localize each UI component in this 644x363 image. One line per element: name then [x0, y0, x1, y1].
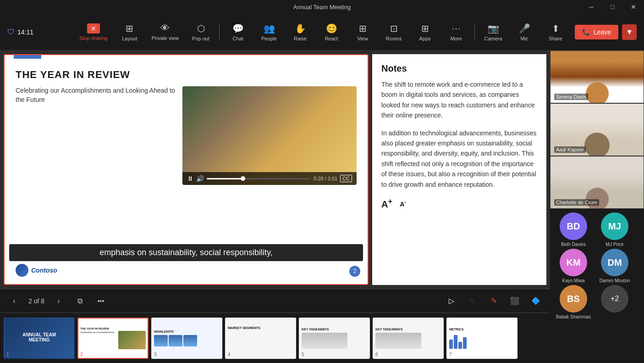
chat-icon: 💬: [232, 23, 244, 34]
share-button[interactable]: ⬆ Share: [541, 19, 570, 45]
thumb-num-4: 4: [228, 352, 231, 357]
mj-name: MJ Price: [606, 242, 624, 247]
pop-out-icon: ⬡: [197, 23, 205, 34]
mic-label: Mic: [520, 36, 528, 41]
rooms-icon: ⊡: [390, 23, 398, 34]
pause-icon[interactable]: ⏸: [187, 175, 193, 182]
react-label: React: [325, 36, 338, 41]
yellow-highlighter-tool[interactable]: ⬛: [508, 294, 522, 308]
thumb-num-7: 7: [449, 352, 452, 357]
clone-button[interactable]: ⧉: [73, 294, 87, 308]
people-label: People: [261, 36, 277, 41]
next-slide-button[interactable]: ›: [52, 294, 66, 308]
stop-sharing-button[interactable]: ✕ Stop sharing: [74, 20, 113, 45]
view-button[interactable]: ⊞ View: [348, 19, 377, 45]
subtitle-bar: emphasis on sustainability, social respo…: [9, 244, 363, 261]
raise-icon: ✋: [295, 23, 306, 34]
participants-sidebar: Serena Davis Aadi Kapoor Charlotte de Cr…: [550, 50, 644, 363]
participant-babak: BS Babak Shammas: [554, 285, 593, 319]
thumb-6[interactable]: KEY TAKEAWAYS 6: [373, 318, 444, 359]
raise-button[interactable]: ✋ Raise: [286, 19, 315, 45]
slide-content: THE YEAR IN REVIEW Celebrating our Accom…: [0, 50, 550, 289]
red-pen-tool[interactable]: ✎: [487, 294, 501, 308]
thumb-4[interactable]: MARKET SEGMENTS 4: [225, 318, 296, 359]
more-participants[interactable]: +2: [595, 285, 634, 319]
notes-para-2: In addition to technological advancement…: [381, 128, 537, 190]
pop-out-button[interactable]: ⬡ Pop out: [186, 19, 215, 45]
slide-body-row: Celebrating our Accomplishments and Look…: [16, 86, 357, 185]
thumb-num-6: 6: [375, 352, 378, 357]
more-badge[interactable]: +2: [601, 285, 628, 313]
video-progress-bar[interactable]: [207, 178, 311, 179]
thumb-1[interactable]: ANNUAL TEAMMEETING 1: [4, 318, 75, 359]
font-size-increase[interactable]: A+: [381, 197, 392, 210]
slide-image: ⏸ 🔊 0:28 / 2:01 CC: [182, 86, 357, 185]
leave-button[interactable]: 📞 Leave: [575, 25, 618, 39]
camera-icon: 📷: [488, 23, 499, 34]
window-controls: ─ □ ✕: [581, 0, 644, 14]
apps-button[interactable]: ⊞ Apps: [410, 19, 440, 45]
private-view-label: Private view: [152, 35, 179, 41]
thumb-num-1: 1: [6, 352, 9, 357]
mic-button[interactable]: 🎤 Mic: [510, 19, 539, 45]
mj-avatar: MJ: [601, 212, 628, 240]
chat-label: Chat: [232, 36, 243, 41]
slide-subtitle: Celebrating our Accomplishments and Look…: [16, 86, 175, 104]
layout-icon: ⊞: [126, 23, 133, 34]
slide-inner: THE YEAR IN REVIEW Celebrating our Accom…: [5, 55, 368, 284]
chat-button[interactable]: 💬 Chat: [223, 19, 253, 45]
participant-video-aadi: Aadi Kapoor: [550, 103, 644, 156]
slide-toolbar: ‹ 2 of 8 › ⧉ ••• ▷ ✎ ✎ ⬛ 🔷: [0, 289, 550, 313]
pointer-tool[interactable]: ▷: [445, 294, 458, 308]
time-display: 14:11: [17, 28, 33, 36]
charlotte-name-tag: Charlotte de Crum: [554, 199, 599, 206]
people-button[interactable]: 👥 People: [254, 19, 284, 45]
black-pen-tool[interactable]: ✎: [466, 294, 479, 308]
slide-thumbnails: ANNUAL TEAMMEETING 1 THE YEAR IN REVIEW …: [0, 313, 550, 363]
blue-pen-tool[interactable]: 🔷: [529, 294, 543, 308]
video-time: 0:28 / 2:01: [314, 176, 337, 181]
people-icon: 👥: [264, 23, 275, 34]
thumb-7[interactable]: METRICS 7: [446, 318, 517, 359]
apps-icon: ⊞: [421, 23, 429, 34]
thumb-5[interactable]: KEY TAKEAWAYS 5: [299, 318, 370, 359]
layout-label: Layout: [122, 36, 137, 41]
leave-caret-button[interactable]: ▼: [622, 24, 637, 40]
thumb-3[interactable]: HIGHLIGHTS 3: [151, 318, 222, 359]
thumb-2[interactable]: THE YEAR IN REVIEW Celebrating our Accom…: [77, 318, 149, 359]
main-content: THE YEAR IN REVIEW Celebrating our Accom…: [0, 50, 644, 363]
slide-counter: 2 of 8: [28, 297, 44, 305]
prev-slide-button[interactable]: ‹: [7, 294, 21, 308]
react-icon: 😊: [326, 23, 337, 34]
close-button[interactable]: ✕: [623, 0, 644, 14]
participant-kayo: KM Kayo Miwa: [554, 249, 593, 283]
view-icon: ⊞: [359, 23, 367, 34]
stop-sharing-label: Stop sharing: [79, 35, 108, 41]
volume-icon[interactable]: 🔊: [196, 175, 204, 182]
maximize-button[interactable]: □: [602, 0, 623, 14]
more-slide-options[interactable]: •••: [94, 294, 108, 308]
camera-button[interactable]: 📷 Camera: [479, 19, 508, 45]
meeting-time: 🛡 14:11: [7, 28, 33, 36]
meeting-toolbar: 🛡 14:11 ✕ Stop sharing ⊞ Layout 👁 Privat…: [0, 14, 644, 50]
layout-button[interactable]: ⊞ Layout: [115, 19, 144, 45]
more-button[interactable]: ⋯ More: [441, 19, 471, 45]
private-view-button[interactable]: 👁 Private view: [146, 19, 184, 45]
slide-title: THE YEAR IN REVIEW: [16, 69, 357, 81]
video-overlay: ⏸ 🔊 0:28 / 2:01 CC: [182, 172, 357, 185]
minimize-button[interactable]: ─: [581, 0, 602, 14]
notes-panel: Notes The shift to remote work and e-com…: [372, 54, 546, 285]
view-label: View: [357, 36, 368, 41]
apps-label: Apps: [419, 36, 430, 41]
thumb-num-2: 2: [80, 352, 83, 357]
serena-name-tag: Serena Davis: [554, 94, 588, 100]
window-title: Annual Team Meeting: [293, 4, 351, 11]
font-size-decrease[interactable]: A-: [400, 199, 406, 208]
title-bar: Annual Team Meeting ─ □ ✕: [0, 0, 644, 14]
react-button[interactable]: 😊 React: [317, 19, 346, 45]
participant-video-serena: Serena Davis: [550, 50, 644, 103]
cc-button[interactable]: CC: [340, 175, 352, 182]
more-label: More: [451, 36, 462, 41]
participant-mj: MJ MJ Price: [595, 212, 634, 247]
rooms-button[interactable]: ⊡ Rooms: [379, 19, 408, 45]
